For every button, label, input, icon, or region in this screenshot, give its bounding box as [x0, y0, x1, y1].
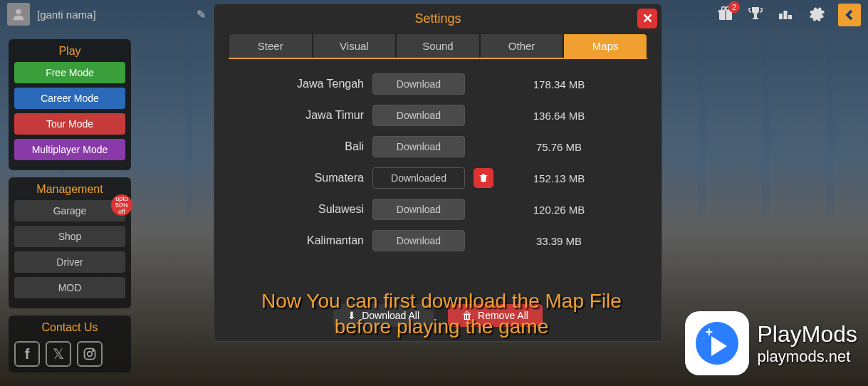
gift-badge: 2: [728, 1, 740, 13]
mod-button[interactable]: MOD: [14, 277, 125, 298]
map-size: 33.39 MB: [516, 235, 602, 247]
map-size: 136.64 MB: [516, 110, 602, 122]
contact-title: Contact Us: [14, 321, 125, 334]
leaderboard-icon[interactable]: [777, 5, 794, 26]
username-label[interactable]: [ganti nama]: [37, 9, 96, 21]
map-size: 75.76 MB: [516, 141, 602, 153]
svg-rect-6: [754, 14, 757, 18]
driver-button[interactable]: Driver: [14, 251, 125, 273]
map-name: Sumatera: [236, 172, 364, 184]
playmods-logo: [685, 311, 749, 375]
svg-rect-7: [753, 18, 758, 19]
map-size: 120.26 MB: [516, 204, 602, 216]
map-row: SulawesiDownload120.26 MB: [236, 199, 640, 220]
garage-button[interactable]: Garage upto 50% off: [14, 200, 125, 221]
management-panel: Management Garage upto 50% off Shop Driv…: [9, 177, 131, 308]
map-row: KalimantanDownload33.39 MB: [236, 230, 640, 251]
modal-title: Settings: [414, 11, 461, 26]
watermark: PlayMods playmods.net: [685, 311, 858, 375]
map-row: Jawa TimurDownload136.64 MB: [236, 105, 640, 126]
management-title: Management: [14, 183, 125, 196]
play-panel: Play Free Mode Career Mode Tour Mode Mul…: [9, 39, 131, 170]
tab-maps[interactable]: Maps: [563, 33, 647, 58]
download-button[interactable]: Download: [372, 73, 465, 95]
map-size: 152.13 MB: [516, 172, 602, 184]
career-mode-button[interactable]: Career Mode: [14, 88, 125, 109]
map-name: Kalimantan: [236, 234, 364, 247]
svg-rect-3: [725, 10, 726, 20]
facebook-icon[interactable]: f: [14, 341, 40, 367]
svg-rect-10: [788, 15, 792, 19]
tabs-row: Steer Visual Sound Other Maps: [229, 33, 647, 59]
sale-badge: upto 50% off: [111, 194, 132, 216]
avatar[interactable]: [7, 3, 30, 26]
download-button[interactable]: Download: [372, 136, 465, 157]
download-button[interactable]: Download: [372, 105, 465, 126]
free-mode-button[interactable]: Free Mode: [14, 62, 125, 83]
svg-point-13: [93, 350, 94, 352]
download-button[interactable]: Download: [372, 199, 465, 220]
map-row: Jawa TengahDownload178.34 MB: [236, 73, 640, 95]
download-button[interactable]: Downloaded: [372, 167, 465, 189]
trophy-icon[interactable]: [747, 5, 764, 26]
map-row: BaliDownload75.76 MB: [236, 136, 640, 157]
gift-icon[interactable]: 2: [717, 5, 734, 26]
tab-sound[interactable]: Sound: [396, 33, 480, 58]
map-row: SumateraDownloaded152.13 MB: [236, 167, 640, 189]
garage-label: Garage: [53, 205, 87, 217]
map-list: Jawa TengahDownload178.34 MBJawa TimurDo…: [214, 59, 662, 268]
svg-point-4: [722, 6, 726, 10]
instagram-icon[interactable]: [77, 341, 103, 367]
multiplayer-mode-button[interactable]: Multiplayer Mode: [14, 139, 125, 160]
tab-steer[interactable]: Steer: [229, 33, 313, 58]
watermark-sub: playmods.net: [758, 348, 858, 366]
edit-icon[interactable]: ✎: [197, 8, 206, 21]
close-button[interactable]: ✕: [637, 9, 657, 28]
play-title: Play: [14, 45, 125, 58]
watermark-title: PlayMods: [758, 321, 858, 348]
svg-point-0: [16, 9, 21, 14]
map-name: Jawa Tengah: [236, 78, 364, 90]
gear-icon[interactable]: [807, 4, 825, 26]
svg-point-12: [88, 352, 93, 357]
tour-mode-button[interactable]: Tour Mode: [14, 113, 125, 135]
map-name: Bali: [236, 140, 364, 153]
x-icon[interactable]: 𝕏: [46, 341, 71, 367]
download-button[interactable]: Download: [372, 230, 465, 251]
hint-text: Now You can first download the Map File …: [242, 288, 641, 340]
sidebar: Play Free Mode Career Mode Tour Mode Mul…: [9, 39, 131, 380]
contact-panel: Contact Us f 𝕏: [9, 315, 131, 372]
svg-rect-9: [784, 11, 788, 19]
map-size: 178.34 MB: [516, 78, 602, 90]
tab-other[interactable]: Other: [480, 33, 564, 58]
delete-button[interactable]: [474, 168, 493, 188]
map-name: Sulawesi: [236, 203, 364, 216]
map-name: Jawa Timur: [236, 109, 364, 122]
tab-visual[interactable]: Visual: [313, 33, 397, 58]
shop-button[interactable]: Shop: [14, 226, 125, 247]
back-button[interactable]: [838, 4, 861, 26]
svg-rect-8: [779, 14, 783, 19]
